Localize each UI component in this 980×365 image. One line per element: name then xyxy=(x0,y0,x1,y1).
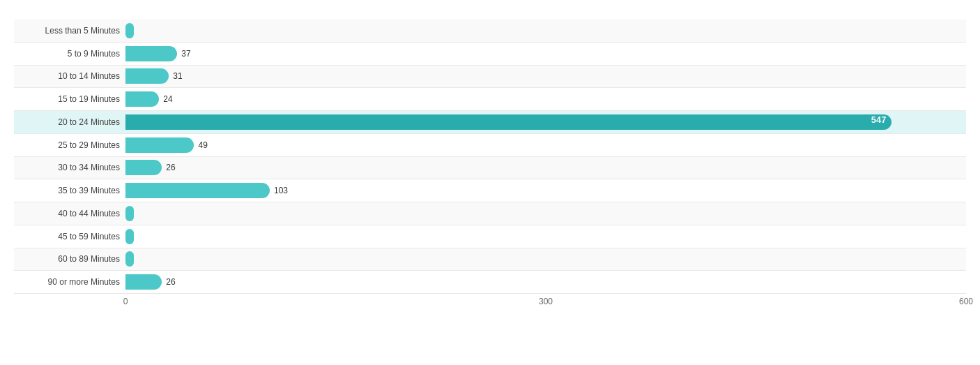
bar-track xyxy=(125,23,966,38)
bar-fill xyxy=(125,206,134,221)
x-axis-tick: 600 xyxy=(959,297,973,306)
bar-value-label: 49 xyxy=(198,140,207,150)
bar-row: 40 to 44 Minutes xyxy=(14,202,966,225)
bar-fill xyxy=(125,251,134,267)
bar-row: 45 to 59 Minutes xyxy=(14,225,966,248)
bar-track: 26 xyxy=(125,160,966,175)
x-axis-tick: 300 xyxy=(539,297,553,306)
bar-fill xyxy=(125,46,177,61)
x-axis-tick: 0 xyxy=(123,297,128,306)
bar-label: 10 to 14 Minutes xyxy=(14,71,125,81)
bar-label: Less than 5 Minutes xyxy=(14,26,125,36)
bar-fill xyxy=(125,229,134,244)
bar-label: 5 to 9 Minutes xyxy=(14,49,125,59)
bar-value-label: 26 xyxy=(166,163,175,172)
bar-fill xyxy=(125,183,270,198)
bar-row: 5 to 9 Minutes37 xyxy=(14,43,966,66)
bar-fill xyxy=(125,91,159,107)
bar-fill xyxy=(125,274,162,290)
bar-track: 24 xyxy=(125,91,966,107)
bars-section: Less than 5 Minutes5 to 9 Minutes3710 to… xyxy=(14,20,966,294)
bar-fill xyxy=(125,68,169,84)
bar-fill xyxy=(125,137,194,153)
bar-row: 25 to 29 Minutes49 xyxy=(14,134,966,157)
bar-row: 30 to 34 Minutes26 xyxy=(14,157,966,180)
bar-track: 26 xyxy=(125,274,966,290)
bar-fill: 547 xyxy=(125,114,891,130)
bar-value-label: 26 xyxy=(166,277,175,287)
bar-row: 10 to 14 Minutes31 xyxy=(14,66,966,89)
bar-value-label: 24 xyxy=(163,94,172,104)
bar-row: 90 or more Minutes26 xyxy=(14,271,966,294)
bar-fill xyxy=(125,160,162,175)
bar-value-label: 37 xyxy=(181,49,190,59)
bar-label: 20 to 24 Minutes xyxy=(14,117,125,127)
bar-track: 103 xyxy=(125,183,966,198)
bar-label: 25 to 29 Minutes xyxy=(14,140,125,150)
bar-fill xyxy=(125,23,134,38)
bar-row: 35 to 39 Minutes103 xyxy=(14,179,966,202)
bar-track xyxy=(125,206,966,221)
bar-track xyxy=(125,229,966,244)
bar-label: 60 to 89 Minutes xyxy=(14,254,125,264)
bar-label: 90 or more Minutes xyxy=(14,277,125,287)
bar-label: 45 to 59 Minutes xyxy=(14,232,125,241)
bar-value-label: 547 xyxy=(871,114,887,125)
bar-row: Less than 5 Minutes xyxy=(14,20,966,43)
bar-value-label: 31 xyxy=(173,71,182,81)
bar-label: 35 to 39 Minutes xyxy=(14,186,125,195)
bar-label: 40 to 44 Minutes xyxy=(14,209,125,218)
bar-track: 49 xyxy=(125,137,966,153)
bar-row: 20 to 24 Minutes547 xyxy=(14,111,966,134)
chart-area: Less than 5 Minutes5 to 9 Minutes3710 to… xyxy=(14,20,966,308)
bar-value-label: 103 xyxy=(274,186,288,195)
bar-track: 547 xyxy=(125,114,966,130)
bar-track: 37 xyxy=(125,46,966,61)
bar-track xyxy=(125,251,966,267)
bar-track: 31 xyxy=(125,68,966,84)
bar-label: 15 to 19 Minutes xyxy=(14,94,125,104)
bar-label: 30 to 34 Minutes xyxy=(14,163,125,172)
bar-row: 60 to 89 Minutes xyxy=(14,248,966,271)
chart-container: Less than 5 Minutes5 to 9 Minutes3710 to… xyxy=(0,0,980,365)
x-axis: 0300600 xyxy=(125,294,966,308)
bar-row: 15 to 19 Minutes24 xyxy=(14,88,966,111)
